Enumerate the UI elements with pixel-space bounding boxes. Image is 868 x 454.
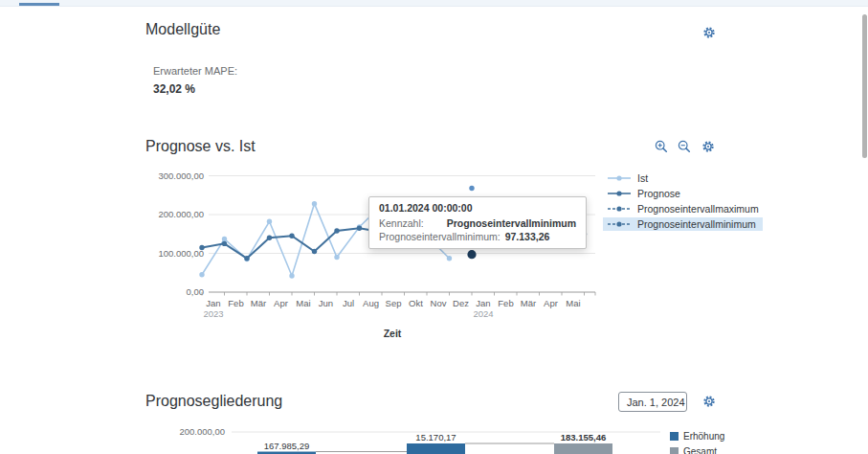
gear-icon xyxy=(702,395,716,408)
forecast-chart-settings-button[interactable] xyxy=(701,139,716,154)
gear-icon xyxy=(701,140,715,153)
legend-symbol xyxy=(607,174,632,182)
legend-label: Gesamt xyxy=(683,446,717,454)
x-month-label: Mai xyxy=(296,298,310,308)
x-month-label: Okt xyxy=(409,298,423,308)
x-month-label: Mär xyxy=(251,298,266,308)
mape-value: 32,02 % xyxy=(153,82,195,96)
series-point-Prognose[interactable] xyxy=(312,249,317,254)
x-month-label: Apr xyxy=(274,298,288,308)
series-point-Ist[interactable] xyxy=(334,255,339,260)
x-year-label: 2024 xyxy=(473,308,493,319)
breakdown-chart-legend: ErhöhungGesamt xyxy=(670,428,724,454)
waterfall-bar-2[interactable] xyxy=(407,443,465,454)
series-point-Prognose[interactable] xyxy=(267,236,272,240)
zoom-out-icon xyxy=(678,140,691,153)
x-month-label: Jul xyxy=(343,298,354,308)
series-point-Ist[interactable] xyxy=(199,272,204,277)
x-month-label: Mär xyxy=(521,298,536,308)
legend-item-Prognoseintervallmaximum[interactable]: Prognoseintervallmaximum xyxy=(603,202,763,216)
y-tick-label: 0,00 xyxy=(187,286,205,297)
zoom-in-button[interactable] xyxy=(654,139,669,154)
y-tick-label: 100.000,00 xyxy=(158,248,204,259)
x-year-label: 2023 xyxy=(203,308,223,319)
x-month-label: Nov xyxy=(431,298,447,308)
active-tab-indicator[interactable] xyxy=(19,3,59,6)
bar-value-label: 183.155,46 xyxy=(561,432,607,443)
period-dropdown-value: Jan. 1, 2024 xyxy=(627,397,685,408)
legend-symbol xyxy=(607,190,632,197)
legend-dot xyxy=(616,206,621,211)
tooltip-kennzahl-label: Kennzahl: xyxy=(379,217,424,229)
series-point-Prognose[interactable] xyxy=(289,234,294,238)
bar-value-label: 15.170,17 xyxy=(415,432,456,443)
x-month-label: Aug xyxy=(363,298,379,308)
app-screen: Modellgüte Erwarteter MAPE: 32,02 % Prog… xyxy=(0,0,868,454)
series-point-Prognose[interactable] xyxy=(357,225,362,230)
series-point-Prognose[interactable] xyxy=(334,228,339,233)
model-quality-title: Modellgüte xyxy=(145,21,220,38)
series-point-Prognoseintervallmaximum[interactable] xyxy=(469,186,474,191)
y-tick-label: 200.000,00 xyxy=(179,426,225,437)
legend-swatch xyxy=(670,447,679,454)
tooltip-measure-value: 97.133,26 xyxy=(505,231,550,242)
mape-label: Erwarteter MAPE: xyxy=(153,65,237,77)
x-month-label: Sep xyxy=(386,298,402,308)
legend-dot xyxy=(616,191,621,195)
legend-swatch xyxy=(670,432,679,441)
legend-item-Prognoseintervallminimum[interactable]: Prognoseintervallminimum xyxy=(603,217,763,231)
zoom-out-button[interactable] xyxy=(677,139,692,154)
series-point-Prognose[interactable] xyxy=(199,245,204,250)
zoom-in-icon xyxy=(655,140,668,153)
series-point-Ist[interactable] xyxy=(267,219,272,224)
forecast-chart-legend: IstPrognosePrognoseintervallmaximumProgn… xyxy=(603,171,763,233)
series-point-Prognose[interactable] xyxy=(222,241,227,246)
legend-label: Prognose xyxy=(637,188,680,199)
legend-item-Ist[interactable]: Ist xyxy=(603,171,763,185)
x-month-label: Jan xyxy=(476,298,490,308)
tooltip-datetime: 01.01.2024 00:00:00 xyxy=(379,202,576,214)
series-point-Ist[interactable] xyxy=(447,256,452,261)
legend-symbol xyxy=(607,220,632,228)
forecast-chart-title: Prognose vs. Ist xyxy=(145,138,256,155)
tooltip-kennzahl-value: Prognoseintervallminimum xyxy=(447,217,576,229)
x-month-label: Jun xyxy=(319,298,333,308)
x-axis-title: Zeit xyxy=(384,328,402,339)
waterfall-bar-3[interactable] xyxy=(554,443,612,454)
series-point-Ist[interactable] xyxy=(312,201,317,206)
breakdown-legend-item-Erhöhung[interactable]: Erhöhung xyxy=(670,428,724,443)
legend-dot xyxy=(616,175,621,180)
x-month-label: Dez xyxy=(453,298,469,308)
breakdown-settings-button[interactable] xyxy=(701,394,717,409)
forecast-line-chart[interactable]: 0,00100.000,00200.000,00300.000,00JanFeb… xyxy=(153,163,612,345)
tab-bar xyxy=(0,0,868,7)
series-point-Ist[interactable] xyxy=(289,273,294,278)
x-month-label: Mai xyxy=(566,298,580,308)
x-month-label: Apr xyxy=(544,298,558,308)
legend-label: Prognoseintervallminimum xyxy=(637,218,756,230)
tooltip-measure-label: Prognoseintervallminimum: xyxy=(379,231,501,242)
model-quality-settings-button[interactable] xyxy=(701,25,717,40)
breakdown-legend-item-Gesamt[interactable]: Gesamt xyxy=(670,443,724,454)
series-point-Ist[interactable] xyxy=(222,237,227,241)
x-month-label: Feb xyxy=(228,298,243,308)
period-dropdown[interactable]: Jan. 1, 2024 xyxy=(618,392,687,412)
legend-label: Prognoseintervallmaximum xyxy=(637,203,759,215)
series-point-Prognose[interactable] xyxy=(244,256,249,261)
legend-dot xyxy=(616,221,621,226)
x-month-label: Jan xyxy=(206,298,220,308)
legend-label: Erhöhung xyxy=(683,431,724,442)
legend-symbol xyxy=(607,205,632,213)
y-tick-label: 200.000,00 xyxy=(158,209,204,219)
chart-tooltip: 01.01.2024 00:00:00 Kennzahl: Prognosein… xyxy=(368,196,587,249)
legend-item-Prognose[interactable]: Prognose xyxy=(603,187,763,200)
bar-value-label: 167.985,29 xyxy=(264,441,310,451)
y-tick-label: 300.000,00 xyxy=(158,170,204,181)
gear-icon xyxy=(702,26,716,39)
series-point-Prognoseintervallminimum[interactable] xyxy=(467,250,476,259)
vertical-scrollbar-thumb[interactable] xyxy=(862,14,867,158)
legend-label: Ist xyxy=(637,172,648,184)
x-month-label: Feb xyxy=(498,298,513,308)
forecast-breakdown-chart[interactable]: 200.000,00167.985,2915.170,17183.155,46 xyxy=(153,421,670,454)
breakdown-title: Prognosegliederung xyxy=(145,393,282,410)
